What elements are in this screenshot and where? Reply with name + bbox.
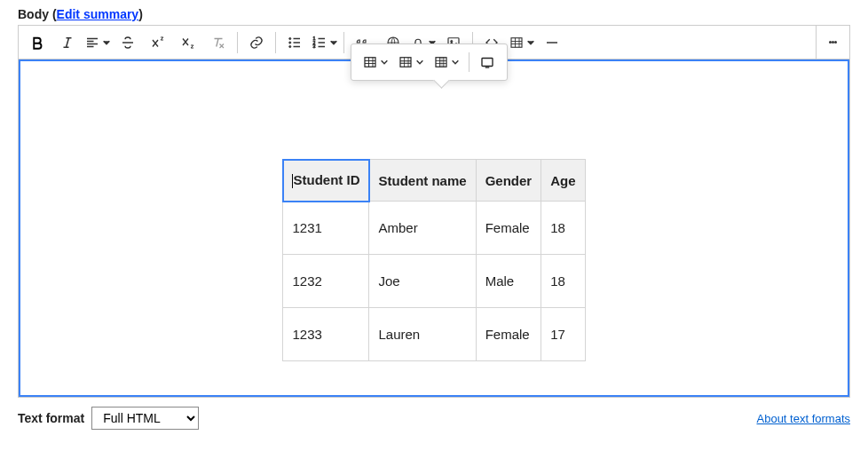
table-cell[interactable]: 17 [541,308,585,361]
table-props-button[interactable] [359,50,392,75]
ol-button[interactable]: 123 [311,28,339,57]
col-props-button[interactable] [430,50,463,75]
svg-text:3: 3 [313,44,316,49]
more-button[interactable] [816,26,849,59]
content-table[interactable]: Student ID Student name Gender Age 1231 … [282,159,585,361]
table-cell[interactable]: Female [476,202,541,255]
table-button[interactable] [508,28,536,57]
field-label: Body (Edit summary) [18,7,850,21]
edit-summary-link[interactable]: Edit summary [57,7,139,21]
table-header-cell[interactable]: Student ID [283,160,369,202]
table-cell[interactable]: 1231 [283,202,369,255]
row-props-button[interactable] [394,50,428,75]
table-header-cell[interactable]: Age [541,160,585,202]
link-button[interactable] [242,28,271,57]
text-format-footer: Text format Full HTML About text formats [18,407,850,430]
svg-point-1 [289,41,291,43]
svg-rect-12 [400,61,411,64]
ul-button[interactable] [280,28,309,57]
table-header-cell[interactable]: Gender [476,160,541,202]
bold-button[interactable] [23,28,51,57]
table-row: 1233 Lauren Female 17 [283,308,585,361]
table-row: 1232 Joe Male 18 [283,255,585,308]
svg-rect-14 [440,58,445,67]
table-row: 1231 Amber Female 18 [283,202,585,255]
svg-rect-9 [511,37,522,47]
editor-content-area[interactable]: Student ID Student name Gender Age 1231 … [19,59,849,397]
svg-rect-15 [482,59,493,67]
table-context-toolbar [351,44,508,81]
italic-button[interactable] [53,28,82,57]
sup-button[interactable] [144,28,172,57]
hr-button[interactable] [538,28,566,57]
body-label: Body [18,7,49,21]
fullscreen-button[interactable] [475,50,500,75]
align-button[interactable] [83,28,112,57]
table-cell[interactable]: Lauren [369,308,476,361]
clear-format-button[interactable] [204,28,233,57]
sub-button[interactable] [174,28,202,57]
table-cell[interactable]: Amber [369,202,476,255]
table-cell[interactable]: Female [476,308,541,361]
strike-button[interactable] [114,28,142,57]
svg-point-2 [289,45,291,47]
table-cell[interactable]: 1233 [283,308,369,361]
table-header-cell[interactable]: Student name [369,160,476,202]
table-cell[interactable]: 18 [541,255,585,308]
about-formats-link[interactable]: About text formats [757,412,851,425]
table-cell[interactable]: 18 [541,202,585,255]
editor-wrapper: 123 [18,25,850,398]
svg-point-0 [289,37,291,39]
text-format-select[interactable]: Full HTML [91,407,199,430]
table-header-row: Student ID Student name Gender Age [283,160,585,202]
svg-rect-10 [365,58,375,67]
table-cell[interactable]: 1232 [283,255,369,308]
table-cell[interactable]: Joe [369,255,476,308]
text-format-label: Text format [18,411,84,425]
table-cell[interactable]: Male [476,255,541,308]
